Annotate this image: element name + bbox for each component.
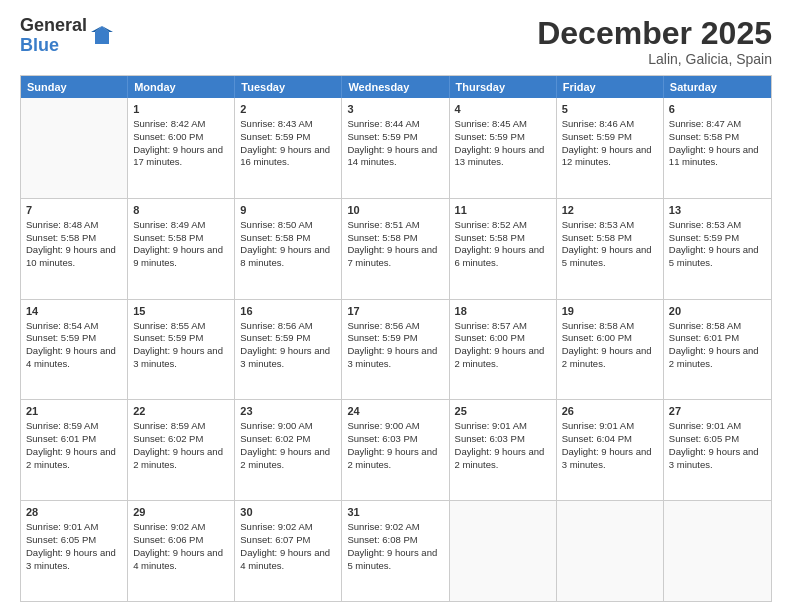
cell-info: Sunrise: 9:00 AMSunset: 6:03 PMDaylight:… bbox=[347, 420, 437, 469]
calendar-row: 7 Sunrise: 8:48 AMSunset: 5:58 PMDayligh… bbox=[21, 199, 771, 300]
cell-info: Sunrise: 9:02 AMSunset: 6:08 PMDaylight:… bbox=[347, 521, 437, 570]
calendar-cell bbox=[664, 501, 771, 601]
day-number: 16 bbox=[240, 304, 336, 319]
logo-icon bbox=[91, 26, 113, 50]
cell-info: Sunrise: 9:01 AMSunset: 6:05 PMDaylight:… bbox=[26, 521, 116, 570]
calendar-cell bbox=[450, 501, 557, 601]
day-number: 2 bbox=[240, 102, 336, 117]
calendar-cell: 5 Sunrise: 8:46 AMSunset: 5:59 PMDayligh… bbox=[557, 98, 664, 198]
day-number: 11 bbox=[455, 203, 551, 218]
cell-info: Sunrise: 9:02 AMSunset: 6:06 PMDaylight:… bbox=[133, 521, 223, 570]
day-number: 22 bbox=[133, 404, 229, 419]
calendar-row: 14 Sunrise: 8:54 AMSunset: 5:59 PMDaylig… bbox=[21, 300, 771, 401]
calendar-cell: 10 Sunrise: 8:51 AMSunset: 5:58 PMDaylig… bbox=[342, 199, 449, 299]
calendar-cell: 3 Sunrise: 8:44 AMSunset: 5:59 PMDayligh… bbox=[342, 98, 449, 198]
calendar: SundayMondayTuesdayWednesdayThursdayFrid… bbox=[20, 75, 772, 602]
calendar-cell: 29 Sunrise: 9:02 AMSunset: 6:06 PMDaylig… bbox=[128, 501, 235, 601]
day-number: 17 bbox=[347, 304, 443, 319]
calendar-cell: 26 Sunrise: 9:01 AMSunset: 6:04 PMDaylig… bbox=[557, 400, 664, 500]
header: General Blue December 2025 Lalin, Galici… bbox=[20, 16, 772, 67]
calendar-row: 21 Sunrise: 8:59 AMSunset: 6:01 PMDaylig… bbox=[21, 400, 771, 501]
day-number: 7 bbox=[26, 203, 122, 218]
calendar-body: 1 Sunrise: 8:42 AMSunset: 6:00 PMDayligh… bbox=[21, 98, 771, 601]
cell-info: Sunrise: 8:56 AMSunset: 5:59 PMDaylight:… bbox=[240, 320, 330, 369]
day-number: 24 bbox=[347, 404, 443, 419]
calendar-row: 1 Sunrise: 8:42 AMSunset: 6:00 PMDayligh… bbox=[21, 98, 771, 199]
calendar-cell: 7 Sunrise: 8:48 AMSunset: 5:58 PMDayligh… bbox=[21, 199, 128, 299]
day-number: 13 bbox=[669, 203, 766, 218]
cell-info: Sunrise: 8:45 AMSunset: 5:59 PMDaylight:… bbox=[455, 118, 545, 167]
day-number: 19 bbox=[562, 304, 658, 319]
month-title: December 2025 bbox=[537, 16, 772, 51]
calendar-cell: 24 Sunrise: 9:00 AMSunset: 6:03 PMDaylig… bbox=[342, 400, 449, 500]
cell-info: Sunrise: 8:56 AMSunset: 5:59 PMDaylight:… bbox=[347, 320, 437, 369]
location: Lalin, Galicia, Spain bbox=[537, 51, 772, 67]
cell-info: Sunrise: 8:43 AMSunset: 5:59 PMDaylight:… bbox=[240, 118, 330, 167]
calendar-row: 28 Sunrise: 9:01 AMSunset: 6:05 PMDaylig… bbox=[21, 501, 771, 601]
day-number: 12 bbox=[562, 203, 658, 218]
day-number: 23 bbox=[240, 404, 336, 419]
calendar-cell: 9 Sunrise: 8:50 AMSunset: 5:58 PMDayligh… bbox=[235, 199, 342, 299]
day-number: 27 bbox=[669, 404, 766, 419]
cell-info: Sunrise: 8:44 AMSunset: 5:59 PMDaylight:… bbox=[347, 118, 437, 167]
header-day: Wednesday bbox=[342, 76, 449, 98]
cell-info: Sunrise: 8:54 AMSunset: 5:59 PMDaylight:… bbox=[26, 320, 116, 369]
calendar-cell: 12 Sunrise: 8:53 AMSunset: 5:58 PMDaylig… bbox=[557, 199, 664, 299]
cell-info: Sunrise: 8:53 AMSunset: 5:58 PMDaylight:… bbox=[562, 219, 652, 268]
cell-info: Sunrise: 8:58 AMSunset: 6:01 PMDaylight:… bbox=[669, 320, 759, 369]
cell-info: Sunrise: 8:50 AMSunset: 5:58 PMDaylight:… bbox=[240, 219, 330, 268]
calendar-cell: 28 Sunrise: 9:01 AMSunset: 6:05 PMDaylig… bbox=[21, 501, 128, 601]
day-number: 20 bbox=[669, 304, 766, 319]
cell-info: Sunrise: 9:01 AMSunset: 6:04 PMDaylight:… bbox=[562, 420, 652, 469]
calendar-header: SundayMondayTuesdayWednesdayThursdayFrid… bbox=[21, 76, 771, 98]
day-number: 30 bbox=[240, 505, 336, 520]
calendar-cell: 19 Sunrise: 8:58 AMSunset: 6:00 PMDaylig… bbox=[557, 300, 664, 400]
calendar-cell: 25 Sunrise: 9:01 AMSunset: 6:03 PMDaylig… bbox=[450, 400, 557, 500]
cell-info: Sunrise: 8:57 AMSunset: 6:00 PMDaylight:… bbox=[455, 320, 545, 369]
cell-info: Sunrise: 8:42 AMSunset: 6:00 PMDaylight:… bbox=[133, 118, 223, 167]
day-number: 10 bbox=[347, 203, 443, 218]
day-number: 5 bbox=[562, 102, 658, 117]
day-number: 15 bbox=[133, 304, 229, 319]
calendar-cell: 1 Sunrise: 8:42 AMSunset: 6:00 PMDayligh… bbox=[128, 98, 235, 198]
day-number: 25 bbox=[455, 404, 551, 419]
header-day: Saturday bbox=[664, 76, 771, 98]
cell-info: Sunrise: 8:59 AMSunset: 6:01 PMDaylight:… bbox=[26, 420, 116, 469]
logo: General Blue bbox=[20, 16, 113, 56]
calendar-cell: 13 Sunrise: 8:53 AMSunset: 5:59 PMDaylig… bbox=[664, 199, 771, 299]
calendar-cell: 17 Sunrise: 8:56 AMSunset: 5:59 PMDaylig… bbox=[342, 300, 449, 400]
cell-info: Sunrise: 8:47 AMSunset: 5:58 PMDaylight:… bbox=[669, 118, 759, 167]
cell-info: Sunrise: 8:51 AMSunset: 5:58 PMDaylight:… bbox=[347, 219, 437, 268]
calendar-cell: 16 Sunrise: 8:56 AMSunset: 5:59 PMDaylig… bbox=[235, 300, 342, 400]
calendar-cell: 4 Sunrise: 8:45 AMSunset: 5:59 PMDayligh… bbox=[450, 98, 557, 198]
logo-text: General Blue bbox=[20, 16, 87, 56]
day-number: 14 bbox=[26, 304, 122, 319]
calendar-cell: 8 Sunrise: 8:49 AMSunset: 5:58 PMDayligh… bbox=[128, 199, 235, 299]
cell-info: Sunrise: 8:46 AMSunset: 5:59 PMDaylight:… bbox=[562, 118, 652, 167]
cell-info: Sunrise: 9:02 AMSunset: 6:07 PMDaylight:… bbox=[240, 521, 330, 570]
page: General Blue December 2025 Lalin, Galici… bbox=[0, 0, 792, 612]
day-number: 18 bbox=[455, 304, 551, 319]
header-day: Thursday bbox=[450, 76, 557, 98]
day-number: 8 bbox=[133, 203, 229, 218]
calendar-cell: 21 Sunrise: 8:59 AMSunset: 6:01 PMDaylig… bbox=[21, 400, 128, 500]
day-number: 28 bbox=[26, 505, 122, 520]
day-number: 31 bbox=[347, 505, 443, 520]
cell-info: Sunrise: 9:01 AMSunset: 6:03 PMDaylight:… bbox=[455, 420, 545, 469]
logo-blue: Blue bbox=[20, 36, 87, 56]
calendar-cell: 18 Sunrise: 8:57 AMSunset: 6:00 PMDaylig… bbox=[450, 300, 557, 400]
cell-info: Sunrise: 8:58 AMSunset: 6:00 PMDaylight:… bbox=[562, 320, 652, 369]
cell-info: Sunrise: 8:52 AMSunset: 5:58 PMDaylight:… bbox=[455, 219, 545, 268]
calendar-cell: 2 Sunrise: 8:43 AMSunset: 5:59 PMDayligh… bbox=[235, 98, 342, 198]
calendar-cell bbox=[557, 501, 664, 601]
calendar-cell: 20 Sunrise: 8:58 AMSunset: 6:01 PMDaylig… bbox=[664, 300, 771, 400]
cell-info: Sunrise: 8:59 AMSunset: 6:02 PMDaylight:… bbox=[133, 420, 223, 469]
calendar-cell bbox=[21, 98, 128, 198]
calendar-cell: 15 Sunrise: 8:55 AMSunset: 5:59 PMDaylig… bbox=[128, 300, 235, 400]
day-number: 29 bbox=[133, 505, 229, 520]
day-number: 1 bbox=[133, 102, 229, 117]
cell-info: Sunrise: 8:53 AMSunset: 5:59 PMDaylight:… bbox=[669, 219, 759, 268]
day-number: 3 bbox=[347, 102, 443, 117]
cell-info: Sunrise: 8:48 AMSunset: 5:58 PMDaylight:… bbox=[26, 219, 116, 268]
day-number: 21 bbox=[26, 404, 122, 419]
